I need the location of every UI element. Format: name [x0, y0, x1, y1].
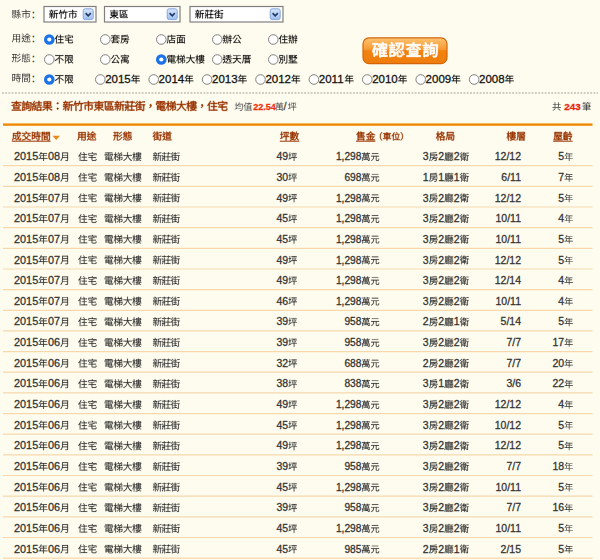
svg-text:3: 3	[423, 522, 429, 534]
svg-text:2: 2	[454, 439, 460, 451]
svg-text:46: 46	[276, 295, 288, 307]
svg-text:2: 2	[454, 460, 460, 472]
svg-text:958: 958	[344, 502, 361, 513]
svg-text:45: 45	[276, 522, 288, 534]
svg-text:1,298: 1,298	[336, 296, 362, 307]
svg-text:38: 38	[276, 377, 288, 389]
svg-text:2015: 2015	[14, 543, 38, 555]
svg-text:3: 3	[423, 254, 429, 266]
svg-text:1,298: 1,298	[336, 399, 362, 410]
svg-text:2: 2	[438, 460, 444, 472]
svg-text:1,298: 1,298	[336, 213, 362, 224]
svg-text:4: 4	[558, 212, 564, 224]
svg-text:06: 06	[48, 460, 60, 472]
svg-text:39: 39	[276, 315, 288, 327]
svg-text:838: 838	[344, 378, 361, 389]
svg-text:08: 08	[48, 150, 60, 162]
svg-text:3: 3	[423, 460, 429, 472]
svg-text:3: 3	[423, 295, 429, 307]
svg-text:2015: 2015	[14, 212, 38, 224]
svg-text:1,298: 1,298	[336, 523, 362, 534]
svg-text:3: 3	[423, 419, 429, 431]
svg-text:12/14: 12/14	[495, 274, 521, 286]
svg-text:2: 2	[438, 233, 444, 245]
svg-text:958: 958	[344, 337, 361, 348]
svg-text:2015: 2015	[14, 171, 38, 183]
svg-text:39: 39	[276, 336, 288, 348]
svg-text::: :	[32, 53, 35, 64]
svg-text:2: 2	[438, 336, 444, 348]
svg-text:2: 2	[454, 481, 460, 493]
svg-text:2: 2	[454, 357, 460, 369]
svg-text:06: 06	[48, 522, 60, 534]
svg-text:1,298: 1,298	[336, 193, 362, 204]
svg-text:10/11: 10/11	[496, 212, 522, 224]
svg-text:06: 06	[48, 481, 60, 493]
svg-text:2: 2	[438, 254, 444, 266]
svg-text:2010: 2010	[372, 73, 398, 85]
svg-text:2: 2	[454, 212, 460, 224]
svg-text:2015: 2015	[14, 315, 38, 327]
svg-text:2015: 2015	[14, 460, 38, 472]
svg-text:5/14: 5/14	[501, 315, 522, 327]
svg-text:07: 07	[48, 315, 60, 327]
svg-text:2015: 2015	[14, 192, 38, 204]
svg-text:2: 2	[438, 150, 444, 162]
svg-text:3: 3	[423, 336, 429, 348]
svg-text:2009: 2009	[426, 73, 452, 85]
svg-text:32: 32	[276, 357, 288, 369]
svg-text:22.54: 22.54	[253, 102, 276, 112]
svg-text:1,298: 1,298	[336, 420, 362, 431]
svg-text:06: 06	[48, 419, 60, 431]
svg-text:30: 30	[276, 171, 288, 183]
svg-text:07: 07	[48, 295, 60, 307]
svg-text:958: 958	[344, 316, 361, 327]
svg-text:2015: 2015	[105, 73, 131, 85]
svg-text:2: 2	[423, 315, 429, 327]
svg-text:7: 7	[558, 171, 564, 183]
svg-text:07: 07	[48, 192, 60, 204]
svg-text:2015: 2015	[14, 439, 38, 451]
svg-text:45: 45	[276, 212, 288, 224]
svg-text:49: 49	[276, 192, 288, 204]
svg-text:2: 2	[438, 192, 444, 204]
svg-text:49: 49	[276, 150, 288, 162]
svg-text:958: 958	[344, 461, 361, 472]
svg-text:5: 5	[558, 150, 564, 162]
svg-text:1,298: 1,298	[336, 255, 362, 266]
svg-text:4: 4	[558, 295, 564, 307]
svg-text:08: 08	[48, 171, 60, 183]
svg-text:07: 07	[48, 212, 60, 224]
svg-text:1,298: 1,298	[336, 151, 362, 162]
svg-text:2: 2	[438, 274, 444, 286]
svg-text:2008: 2008	[479, 73, 505, 85]
svg-text:3: 3	[423, 274, 429, 286]
svg-text:12/12: 12/12	[495, 439, 521, 451]
svg-text:06: 06	[48, 377, 60, 389]
svg-text:3: 3	[423, 212, 429, 224]
svg-text:7/7: 7/7	[506, 357, 521, 369]
svg-text:2011: 2011	[319, 73, 344, 85]
svg-text:10/11: 10/11	[496, 522, 522, 534]
svg-text:2015: 2015	[14, 357, 38, 369]
svg-text:10/11: 10/11	[496, 233, 522, 245]
svg-text:07: 07	[48, 274, 60, 286]
svg-text:3: 3	[423, 439, 429, 451]
svg-text:45: 45	[276, 233, 288, 245]
svg-text:2: 2	[423, 543, 429, 555]
svg-text:2/15: 2/15	[501, 543, 522, 555]
svg-text:49: 49	[276, 254, 288, 266]
svg-text:698: 698	[344, 172, 361, 183]
svg-text:2015: 2015	[14, 481, 38, 493]
svg-text:2015: 2015	[14, 274, 38, 286]
svg-text:07: 07	[48, 233, 60, 245]
svg-text:12/12: 12/12	[495, 192, 521, 204]
svg-text:1: 1	[454, 315, 460, 327]
svg-text:1: 1	[423, 171, 429, 183]
svg-text:2015: 2015	[14, 254, 38, 266]
svg-text::: :	[32, 73, 35, 84]
svg-text:49: 49	[276, 398, 288, 410]
svg-text:45: 45	[276, 481, 288, 493]
svg-text:3/6: 3/6	[506, 377, 521, 389]
svg-text:2015: 2015	[14, 377, 38, 389]
